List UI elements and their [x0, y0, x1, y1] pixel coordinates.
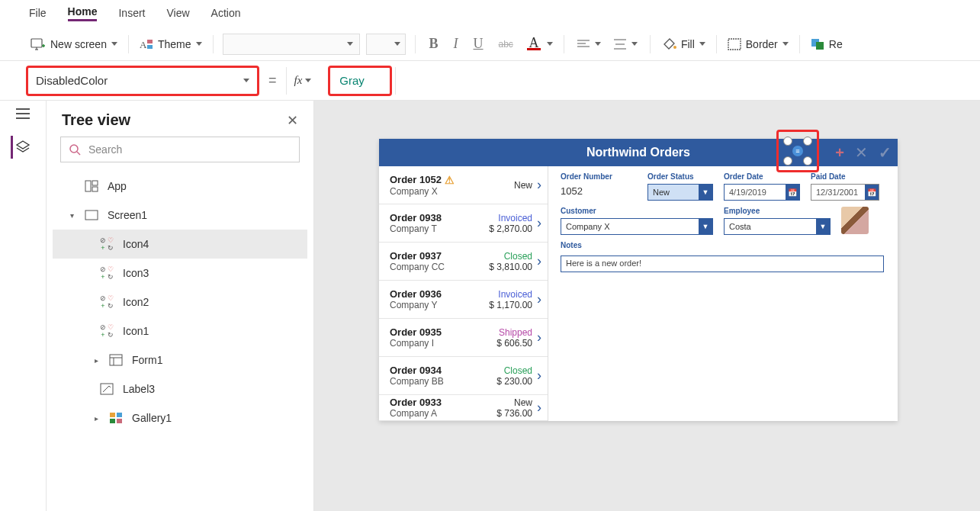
- order-row[interactable]: Order 1052⚠Company XNew›: [379, 166, 548, 204]
- screen-plus-icon: [31, 38, 46, 50]
- valign-icon: [613, 39, 627, 50]
- label-icon: [98, 383, 115, 395]
- italic-button[interactable]: I: [449, 36, 463, 52]
- tree-item-icon3[interactable]: ⊘♡+↻ Icon3: [53, 259, 307, 288]
- notes-input[interactable]: Here is a new order!: [561, 256, 884, 272]
- svg-rect-6: [147, 40, 153, 43]
- font-family-select[interactable]: [223, 34, 360, 55]
- fill-button[interactable]: Fill: [660, 34, 707, 54]
- border-button[interactable]: Border: [726, 35, 790, 53]
- calendar-icon: 📅: [786, 185, 799, 200]
- chevron-down-icon: [394, 42, 400, 46]
- svg-rect-17: [816, 42, 824, 50]
- order-row[interactable]: Order 0935Company IShipped$ 606.50›: [379, 319, 548, 357]
- svg-rect-23: [85, 211, 98, 220]
- chevron-right-icon: ›: [532, 215, 541, 231]
- svg-rect-20: [85, 181, 91, 191]
- font-size-select[interactable]: [366, 34, 406, 55]
- tree-item-form1[interactable]: ▸ Form1: [53, 345, 307, 374]
- fx-button[interactable]: fx: [286, 67, 320, 95]
- svg-rect-24: [110, 355, 122, 365]
- control-icon: ⊘♡+↻: [98, 324, 115, 339]
- tree: App ▾ Screen1 ⊘♡+↻ Icon4 ⊘♡+↻ Icon3 ⊘♡+↻…: [47, 172, 313, 432]
- theme-button[interactable]: A Theme: [138, 35, 204, 53]
- tree-item-app[interactable]: App: [53, 172, 307, 201]
- menu-view[interactable]: View: [166, 7, 189, 21]
- order-row[interactable]: Order 0937Company CCClosed$ 3,810.00›: [379, 243, 548, 281]
- chevron-right-icon: ›: [532, 291, 541, 307]
- order-row[interactable]: Order 0933Company ANew$ 736.00›: [379, 395, 548, 421]
- underline-button[interactable]: U: [469, 36, 488, 52]
- reorder-label: Re: [829, 38, 843, 50]
- order-row[interactable]: Order 0934Company BBClosed$ 230.00›: [379, 357, 548, 395]
- tree-view-rail-button[interactable]: [11, 136, 34, 159]
- tree-item-gallery1[interactable]: ▸ Gallery1: [53, 403, 307, 432]
- equals-sign: =: [268, 72, 277, 88]
- gallery-icon: [108, 412, 124, 424]
- app-preview: Northwind Orders + ✕ ✓ Order 1052⚠Compan…: [379, 139, 898, 421]
- paid-date-input[interactable]: 12/31/2001📅: [811, 184, 879, 201]
- menu-insert[interactable]: Insert: [118, 7, 145, 21]
- chevron-down-icon: [243, 79, 249, 82]
- align-button[interactable]: [574, 39, 604, 50]
- cancel-icon[interactable]: ✕: [855, 145, 868, 160]
- close-icon[interactable]: ✕: [287, 112, 298, 129]
- design-canvas[interactable]: ≡ Northwind Orders + ✕ ✓ Order 1052⚠Comp…: [314, 101, 980, 511]
- chevron-down-icon: [111, 42, 117, 46]
- order-row[interactable]: Order 0936Company YInvoiced$ 1,170.00›: [379, 281, 548, 319]
- chevron-right-icon: ›: [532, 400, 541, 416]
- svg-rect-28: [110, 413, 115, 417]
- chevron-right-icon: ›: [532, 253, 541, 269]
- submit-icon[interactable]: ✓: [879, 145, 892, 160]
- new-screen-button[interactable]: New screen: [29, 35, 119, 53]
- employee-select[interactable]: Costa▼: [724, 218, 831, 235]
- theme-label: Theme: [158, 38, 191, 50]
- font-color-icon: A: [525, 37, 542, 50]
- chevron-down-icon: [631, 42, 638, 46]
- form-icon: [108, 354, 124, 366]
- svg-rect-27: [101, 384, 113, 394]
- menu-file[interactable]: File: [29, 7, 47, 21]
- app-icon: [83, 180, 100, 192]
- fx-icon: fx: [294, 74, 303, 87]
- vertical-align-button[interactable]: [610, 39, 641, 50]
- customer-select[interactable]: Company X▼: [561, 218, 713, 235]
- app-header: Northwind Orders + ✕ ✓: [379, 139, 898, 166]
- paint-bucket-icon: [661, 37, 676, 51]
- svg-rect-15: [728, 39, 741, 50]
- chevron-down-icon: [305, 79, 311, 82]
- add-icon[interactable]: +: [835, 145, 844, 160]
- formula-input[interactable]: Gray: [328, 66, 392, 96]
- tree-item-icon2[interactable]: ⊘♡+↻ Icon2: [53, 288, 307, 317]
- svg-rect-7: [147, 45, 153, 49]
- border-label: Border: [746, 38, 778, 50]
- order-gallery[interactable]: Order 1052⚠Company XNew›Order 0938Compan…: [379, 166, 548, 421]
- theme-icon: A: [140, 38, 153, 50]
- chevron-down-icon: [547, 42, 553, 46]
- control-icon: ⊘♡+↻: [98, 237, 115, 252]
- chevron-down-icon: [347, 42, 353, 46]
- menu-action[interactable]: Action: [211, 7, 241, 21]
- order-status-select[interactable]: New▼: [647, 184, 713, 201]
- font-color-button[interactable]: A: [524, 34, 554, 53]
- search-input[interactable]: Search: [60, 137, 300, 162]
- order-row[interactable]: Order 0938Company TInvoiced$ 2,870.00›: [379, 204, 548, 243]
- reorder-button[interactable]: Re: [809, 35, 844, 53]
- tree-item-icon1[interactable]: ⊘♡+↻ Icon1: [53, 317, 307, 345]
- svg-point-14: [673, 46, 676, 49]
- hamburger-icon[interactable]: [16, 108, 30, 119]
- chevron-right-icon: ›: [532, 329, 541, 345]
- property-select[interactable]: DisabledColor: [26, 66, 259, 96]
- control-icon: ⊘♡+↻: [98, 295, 115, 310]
- employee-avatar: [841, 207, 869, 234]
- menu-home[interactable]: Home: [68, 5, 98, 21]
- tree-item-icon4[interactable]: ⊘♡+↻ Icon4: [53, 230, 307, 259]
- app-title: Northwind Orders: [586, 146, 690, 159]
- tree-item-screen1[interactable]: ▾ Screen1: [53, 201, 307, 230]
- tree-view-panel: Tree view ✕ Search App ▾ Screen1 ⊘♡+↻ Ic…: [47, 101, 314, 511]
- chevron-right-icon: ›: [532, 368, 541, 384]
- order-date-input[interactable]: 4/19/2019📅: [724, 184, 800, 201]
- bold-button[interactable]: B: [425, 36, 443, 52]
- strikethrough-button[interactable]: abc: [494, 39, 518, 50]
- tree-item-label3[interactable]: Label3: [53, 374, 307, 403]
